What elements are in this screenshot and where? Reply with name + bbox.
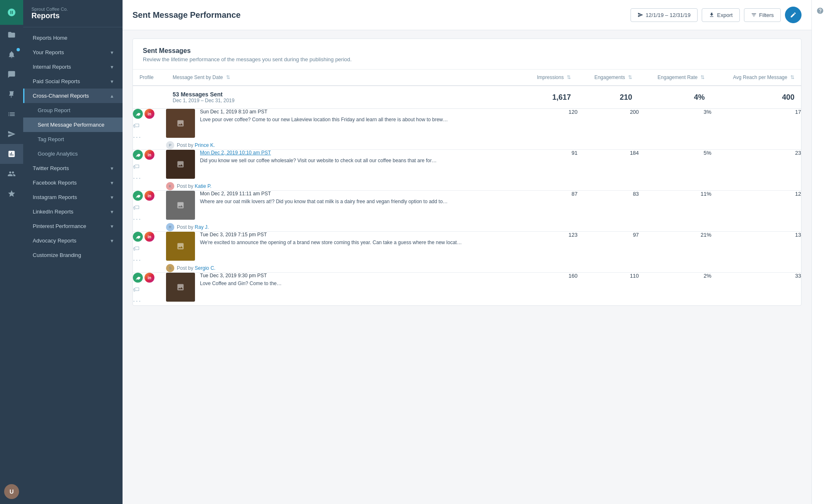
more-icon[interactable]: ··· — [133, 297, 166, 305]
sidebar-item-tag-report[interactable]: Tag Report — [23, 132, 123, 146]
summary-date-range: Dec 1, 2019 – Dec 31, 2019 — [173, 98, 514, 103]
card-title: Sent Messages — [143, 47, 791, 55]
table-row: in 🏷 ··· Sun Dec 1, 2019 8: — [133, 109, 801, 150]
tag-icon: 🏷 — [133, 163, 166, 170]
message-date[interactable]: Mon Dec 2, 2019 10:10 am PST — [200, 150, 521, 156]
message-date: Tue Dec 3, 2019 9:30 pm PST — [200, 273, 521, 278]
message-text: Love Coffee and Gin? Come to the… — [200, 280, 521, 287]
sidebar-title: Reports — [31, 12, 114, 20]
chevron-down-icon: ▼ — [110, 79, 114, 84]
avg-reach-stat: 13 — [711, 232, 801, 273]
author-avatar: S — [166, 264, 174, 272]
engagements-stat: 110 — [578, 273, 639, 306]
col-avg-reach[interactable]: Avg Reach per Message ⇅ — [711, 70, 801, 86]
page-title: Sent Message Performance — [132, 10, 241, 20]
message-text: Where are our oat milk lovers at!? Did y… — [200, 198, 521, 205]
col-message-date[interactable]: Message Sent by Date ⇅ — [166, 70, 521, 86]
nav-star-icon[interactable] — [0, 184, 23, 204]
table-row: in 🏷 ··· Mon Dec 2, 2019 10 — [133, 150, 801, 191]
sidebar-item-instagram-reports[interactable]: Instagram Reports ▼ — [23, 190, 123, 204]
card-description: Review the lifetime performance of the m… — [143, 56, 791, 62]
engagement-rate-stat: 5% — [639, 150, 711, 191]
avg-reach-stat: 23 — [711, 150, 801, 191]
more-icon[interactable]: ··· — [133, 215, 166, 223]
nav-inbox-icon[interactable] — [0, 65, 23, 84]
message-text: Did you know we sell our coffee wholesal… — [200, 157, 521, 164]
sidebar-item-facebook-reports[interactable]: Facebook Reports ▼ — [23, 175, 123, 190]
impressions-stat: 91 — [521, 150, 578, 191]
sidebar-item-your-reports[interactable]: Your Reports ▼ — [23, 45, 123, 60]
sidebar-nav: Reports Home Your Reports ▼ Internal Rep… — [23, 27, 123, 504]
sidebar-item-internal-reports[interactable]: Internal Reports ▼ — [23, 60, 123, 74]
chevron-down-icon: ▼ — [110, 224, 114, 229]
profile-cell: in 🏷 ··· — [133, 232, 166, 273]
sidebar-item-pinterest-performance[interactable]: Pinterest Performance ▼ — [23, 219, 123, 233]
author-link[interactable]: Prince K. — [195, 142, 215, 148]
sidebar-header: Sprout Coffee Co. Reports — [23, 0, 123, 27]
message-text: Love pour over coffee? Come to our new L… — [200, 116, 521, 123]
nav-pin-icon[interactable] — [0, 84, 23, 104]
author-link[interactable]: Sergio C. — [195, 265, 215, 271]
engagement-rate-stat: 3% — [639, 109, 711, 150]
messages-count: 53 Messages Sent — [173, 91, 514, 98]
more-icon[interactable]: ··· — [133, 256, 166, 264]
col-engagement-rate[interactable]: Engagement Rate ⇅ — [639, 70, 711, 86]
tag-icon: 🏷 — [133, 204, 166, 211]
sidebar-item-cross-channel-reports[interactable]: Cross-Channel Reports ▲ — [23, 89, 123, 103]
engagements-stat: 97 — [578, 232, 639, 273]
icon-rail: U — [0, 0, 23, 504]
date-range-button[interactable]: 12/1/19 – 12/31/19 — [631, 8, 698, 22]
message-thumbnail — [166, 232, 195, 261]
engagement-rate-stat: 21% — [639, 232, 711, 273]
sprout-icon — [133, 150, 143, 160]
report-card: Sent Messages Review the lifetime perfor… — [132, 38, 802, 306]
sort-icon: ⇅ — [628, 74, 632, 80]
sidebar-item-sent-message-performance[interactable]: Sent Message Performance — [23, 118, 123, 132]
nav-people-icon[interactable] — [0, 164, 23, 184]
sidebar-item-reports-home[interactable]: Reports Home — [23, 31, 123, 45]
right-panel — [811, 0, 828, 504]
sidebar-item-twitter-reports[interactable]: Twitter Reports ▼ — [23, 161, 123, 175]
instagram-icon: in — [144, 273, 154, 283]
sprout-icon — [133, 109, 143, 119]
avg-reach-stat: 12 — [711, 191, 801, 232]
more-icon[interactable]: ··· — [133, 174, 166, 182]
col-impressions[interactable]: Impressions ⇅ — [521, 70, 578, 86]
message-date: Tue Dec 3, 2019 7:15 pm PST — [200, 232, 521, 238]
nav-bell-icon[interactable] — [0, 45, 23, 65]
message-author: P Post by Prince K. — [166, 141, 521, 149]
compose-button[interactable] — [785, 7, 802, 23]
more-icon[interactable]: ··· — [133, 133, 166, 142]
chevron-down-icon: ▼ — [110, 180, 114, 185]
message-content-cell: Mon Dec 2, 2019 10:10 am PST Did you kno… — [166, 150, 521, 191]
export-button[interactable]: Export — [702, 8, 740, 22]
sidebar: Sprout Coffee Co. Reports Reports Home Y… — [23, 0, 123, 504]
message-author: S Post by Sergio C. — [166, 264, 521, 272]
engagement-rate-stat: 11% — [639, 191, 711, 232]
app-logo[interactable] — [0, 0, 23, 25]
export-icon — [709, 12, 715, 18]
nav-send-icon[interactable] — [0, 124, 23, 144]
nav-folder-icon[interactable] — [0, 25, 23, 45]
col-engagements[interactable]: Engagements ⇅ — [578, 70, 639, 86]
nav-list-icon[interactable] — [0, 104, 23, 124]
filters-button[interactable]: Filters — [744, 8, 781, 22]
profile-cell: in 🏷 ··· — [133, 191, 166, 232]
author-avatar: K — [166, 182, 174, 190]
sidebar-item-paid-social-reports[interactable]: Paid Social Reports ▼ — [23, 74, 123, 89]
sidebar-item-linkedin-reports[interactable]: LinkedIn Reports ▼ — [23, 204, 123, 219]
sort-icon: ⇅ — [700, 74, 705, 80]
sidebar-item-google-analytics[interactable]: Google Analytics — [23, 146, 123, 161]
author-link[interactable]: Ray J. — [195, 224, 209, 230]
tag-icon: 🏷 — [133, 245, 166, 252]
sidebar-item-advocacy-reports[interactable]: Advocacy Reports ▼ — [23, 233, 123, 248]
nav-chart-icon[interactable] — [0, 144, 23, 164]
summary-impressions: 1,617 — [521, 86, 578, 109]
sidebar-item-group-report[interactable]: Group Report — [23, 103, 123, 118]
col-profile: Profile — [133, 70, 166, 86]
sidebar-item-customize-branding[interactable]: Customize Branding — [23, 248, 123, 262]
message-content-cell: Mon Dec 2, 2019 11:11 am PST Where are o… — [166, 191, 521, 232]
help-icon[interactable] — [813, 3, 828, 18]
user-avatar[interactable]: U — [4, 484, 19, 499]
author-link[interactable]: Katie P. — [195, 183, 211, 189]
